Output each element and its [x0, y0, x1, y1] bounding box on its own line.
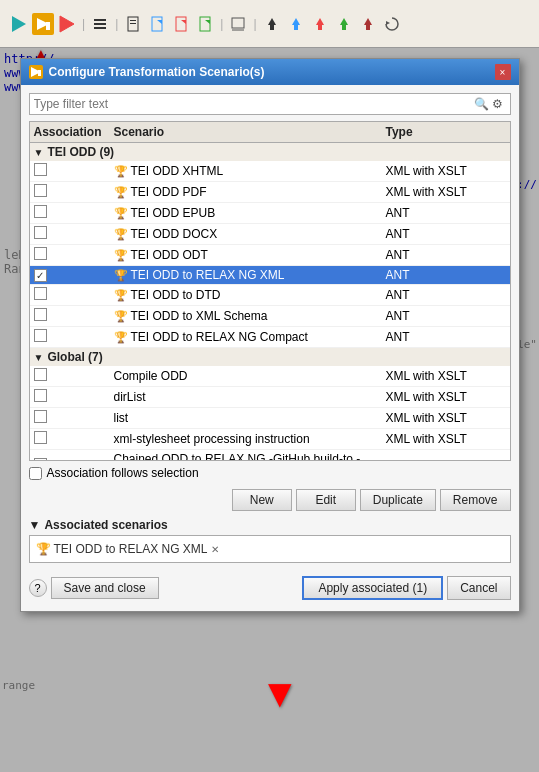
apply-associated-button[interactable]: Apply associated (1) — [302, 576, 443, 600]
new-button[interactable]: New — [232, 489, 292, 511]
group-tei-odd[interactable]: ▼ TEI ODD (9) — [30, 143, 510, 161]
svg-marker-13 — [181, 20, 186, 24]
table-row[interactable]: 🏆TEI ODD XHTML XML with XSLT — [30, 161, 510, 182]
checkbox-cell — [34, 329, 114, 345]
table-row[interactable]: Compile ODD XML with XSLT — [30, 366, 510, 387]
run-icon[interactable] — [8, 13, 30, 35]
table-row[interactable]: 🏆TEI ODD EPUB ANT — [30, 203, 510, 224]
table-row[interactable]: 🏆TEI ODD DOCX ANT — [30, 224, 510, 245]
download4-icon[interactable] — [333, 13, 355, 35]
table-row[interactable]: 🏆TEI ODD to DTD ANT — [30, 285, 510, 306]
svg-marker-3 — [60, 16, 74, 32]
scenario-icon: 🏆 — [114, 186, 128, 199]
save-close-button[interactable]: Save and close — [51, 577, 159, 599]
settings-icon[interactable]: ⚙ — [490, 96, 506, 112]
duplicate-button[interactable]: Duplicate — [360, 489, 436, 511]
scenario-icon: 🏆 — [114, 289, 128, 302]
checkbox[interactable] — [34, 368, 47, 381]
svg-marker-0 — [12, 16, 26, 32]
download5-icon[interactable] — [357, 13, 379, 35]
toolbar: | | | | ▲ — [0, 0, 539, 48]
name-cell: 🏆TEI ODD EPUB — [114, 206, 386, 220]
table-row[interactable]: list XML with XSLT — [30, 408, 510, 429]
doc4-icon[interactable] — [194, 13, 216, 35]
tag-close-button[interactable]: ✕ — [211, 544, 219, 555]
download1-icon[interactable] — [261, 13, 283, 35]
checkbox[interactable] — [34, 163, 47, 176]
checkbox[interactable] — [34, 329, 47, 342]
checkbox[interactable] — [34, 184, 47, 197]
svg-rect-23 — [318, 25, 322, 30]
scenario-icon: 🏆 — [114, 228, 128, 241]
svg-rect-10 — [152, 17, 162, 31]
group-arrow-tei-odd: ▼ — [34, 147, 44, 158]
checkbox-cell — [34, 163, 114, 179]
checkbox-cell — [34, 247, 114, 263]
cancel-button[interactable]: Cancel — [447, 576, 510, 600]
download3-icon[interactable] — [309, 13, 331, 35]
svg-rect-21 — [294, 25, 298, 30]
table-row[interactable]: Chained ODD to RELAX NG -GitHub build-to… — [30, 450, 510, 461]
doc1-icon[interactable] — [122, 13, 144, 35]
name-cell: 🏆TEI ODD to RELAX NG XML — [114, 268, 386, 282]
table-row[interactable]: 🏆TEI ODD ODT ANT — [30, 245, 510, 266]
svg-marker-18 — [268, 18, 276, 25]
dialog-body: 🔍 ⚙ Association Scenario Type ▼ TEI ODD … — [21, 85, 519, 611]
checkbox[interactable] — [34, 205, 47, 218]
name-cell: 🏆TEI ODD DOCX — [114, 227, 386, 241]
run2-icon[interactable] — [56, 13, 78, 35]
checkbox-cell — [34, 268, 114, 282]
remove-button[interactable]: Remove — [440, 489, 511, 511]
name-cell: Chained ODD to RELAX NG -GitHub build-to… — [114, 452, 386, 461]
table-row[interactable]: 🏆TEI ODD to RELAX NG Compact ANT — [30, 327, 510, 348]
group-global[interactable]: ▼ Global (7) — [30, 348, 510, 366]
checkbox[interactable] — [34, 247, 47, 260]
scenario-icon: 🏆 — [114, 165, 128, 178]
checkbox[interactable] — [34, 226, 47, 239]
table-row[interactable]: 🏆TEI ODD PDF XML with XSLT — [30, 182, 510, 203]
association-follows-checkbox[interactable] — [29, 467, 42, 480]
svg-rect-16 — [232, 18, 244, 28]
svg-rect-25 — [342, 25, 346, 30]
checkbox-checked[interactable] — [34, 269, 47, 282]
download2-icon[interactable] — [285, 13, 307, 35]
checkbox-cell — [34, 308, 114, 324]
refresh-icon[interactable] — [381, 13, 403, 35]
name-cell: 🏆TEI ODD to RELAX NG Compact — [114, 330, 386, 344]
associated-tag: 🏆 TEI ODD to RELAX NG XML ✕ — [36, 542, 219, 556]
list-icon[interactable] — [89, 13, 111, 35]
table-row-selected[interactable]: 🏆TEI ODD to RELAX NG XML ANT — [30, 266, 510, 285]
table-row[interactable]: xml-stylesheet processing instruction XM… — [30, 429, 510, 450]
checkbox[interactable] — [34, 389, 47, 402]
table-row[interactable]: 🏆TEI ODD to XML Schema ANT — [30, 306, 510, 327]
checkbox[interactable] — [34, 410, 47, 423]
checkbox-cell — [34, 226, 114, 242]
checkbox-cell — [34, 368, 114, 384]
checkbox-cell — [34, 205, 114, 221]
help-button[interactable]: ? — [29, 579, 47, 597]
bottom-bar-left: ? Save and close — [29, 577, 159, 599]
search-input[interactable] — [34, 97, 474, 111]
configure-transform-icon[interactable] — [32, 13, 54, 35]
checkbox-cell — [34, 431, 114, 447]
scenario-icon: 🏆 — [114, 269, 128, 282]
edit-button[interactable]: Edit — [296, 489, 356, 511]
svg-rect-19 — [270, 25, 274, 30]
search-icon[interactable]: 🔍 — [474, 96, 490, 112]
scenario-icon: 🏆 — [114, 331, 128, 344]
doc2-icon[interactable] — [146, 13, 168, 35]
table-row[interactable]: dirList XML with XSLT — [30, 387, 510, 408]
checkbox[interactable] — [34, 287, 47, 300]
svg-marker-26 — [364, 18, 372, 25]
close-button[interactable]: × — [495, 64, 511, 80]
doc3-icon[interactable] — [170, 13, 192, 35]
svg-rect-14 — [200, 17, 210, 31]
svg-rect-6 — [94, 27, 106, 29]
checkbox[interactable] — [34, 308, 47, 321]
edit-icon[interactable] — [227, 13, 249, 35]
down-arrow-indicator: ▼ — [260, 671, 300, 716]
checkbox[interactable] — [34, 431, 47, 444]
name-cell: 🏆TEI ODD to XML Schema — [114, 309, 386, 323]
titlebar-left: Configure Transformation Scenario(s) — [29, 65, 265, 79]
scenarios-table[interactable]: Association Scenario Type ▼ TEI ODD (9) … — [29, 121, 511, 461]
